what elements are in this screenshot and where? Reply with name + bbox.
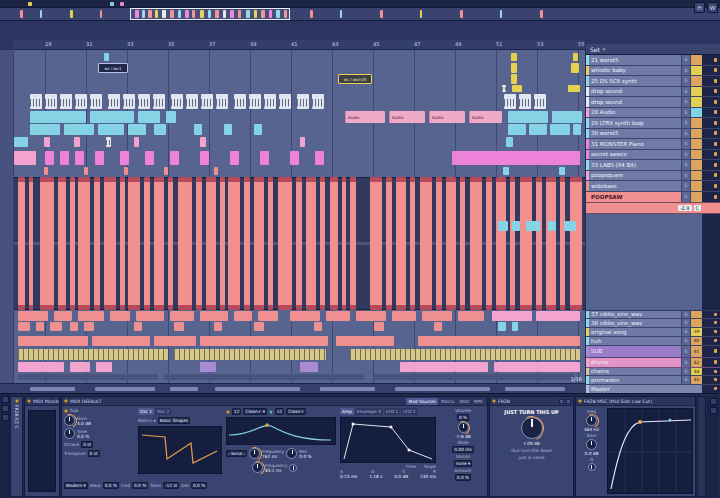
clip[interactable] xyxy=(234,311,252,321)
clip[interactable] xyxy=(58,177,66,310)
clip[interactable] xyxy=(75,94,87,109)
solo-button[interactable]: S xyxy=(681,358,690,367)
clip[interactable] xyxy=(254,322,264,331)
clip[interactable] xyxy=(374,322,384,331)
clip[interactable] xyxy=(234,94,246,109)
track-header-33-labs-64-bit-[interactable]: 33 LABS (64 Bit)S xyxy=(586,160,720,171)
unison-select[interactable]: none ▾ xyxy=(454,460,472,467)
track-lane[interactable] xyxy=(14,221,585,231)
clip[interactable] xyxy=(436,177,442,310)
clip[interactable] xyxy=(206,177,216,310)
pan-field[interactable]: C xyxy=(694,205,702,211)
solo-button[interactable]: S xyxy=(681,108,690,118)
arm-badge[interactable] xyxy=(690,150,702,160)
clip[interactable] xyxy=(550,124,570,135)
clip[interactable] xyxy=(470,177,482,310)
clip[interactable] xyxy=(186,94,198,109)
device-power-icon[interactable] xyxy=(27,399,31,403)
q-knob[interactable] xyxy=(588,463,596,471)
link-indicator[interactable] xyxy=(28,2,32,6)
clip[interactable] xyxy=(460,177,465,310)
arm-badge[interactable]: 45 xyxy=(690,376,702,384)
clip[interactable] xyxy=(104,53,109,61)
clip[interactable] xyxy=(196,177,202,310)
clip[interactable] xyxy=(30,94,42,109)
clip[interactable] xyxy=(60,151,69,165)
tab-lfo-2[interactable]: LFO 2 xyxy=(401,408,417,415)
clip[interactable] xyxy=(108,94,120,109)
tone-value[interactable]: 0.0 % xyxy=(77,434,89,439)
track-lane[interactable] xyxy=(14,336,585,346)
clip[interactable] xyxy=(512,85,522,92)
track-lane[interactable] xyxy=(14,349,585,360)
clip[interactable] xyxy=(44,167,48,175)
clip[interactable] xyxy=(94,177,100,310)
clip[interactable] xyxy=(96,362,112,372)
clip[interactable] xyxy=(54,311,72,321)
clip[interactable] xyxy=(420,177,432,310)
arm-badge[interactable] xyxy=(690,160,702,170)
volume-knob[interactable] xyxy=(458,422,469,433)
clip[interactable] xyxy=(559,167,565,175)
clip[interactable] xyxy=(492,311,532,321)
clip[interactable] xyxy=(170,151,179,165)
clip[interactable] xyxy=(258,311,278,321)
device-scroll-strip[interactable] xyxy=(697,396,706,497)
clip[interactable] xyxy=(178,177,192,310)
clip[interactable] xyxy=(154,177,164,310)
filter1-power-icon[interactable] xyxy=(226,410,230,414)
clip[interactable] xyxy=(342,177,346,310)
device-power-icon[interactable] xyxy=(64,399,68,403)
track-header-28-audio[interactable]: 28 AudioS xyxy=(586,108,720,119)
clip[interactable] xyxy=(571,63,579,73)
clip[interactable] xyxy=(320,177,325,310)
clip[interactable] xyxy=(396,177,406,310)
gain-value[interactable]: 4.0 dB xyxy=(77,421,91,426)
solo-button[interactable]: S xyxy=(681,97,690,107)
beat-time-ruler[interactable]: 2931333537394143454749515355 xyxy=(14,40,585,50)
filter1-type-select[interactable]: Clean+ ▾ xyxy=(243,408,266,415)
track-header-premaster[interactable]: premasterS45 xyxy=(586,376,720,385)
arm-badge[interactable] xyxy=(690,118,702,128)
clip[interactable] xyxy=(564,221,576,231)
clip[interactable] xyxy=(64,124,94,135)
clip[interactable] xyxy=(90,111,134,123)
device-fr2b-ez-collapsed[interactable]: FR2B EZ C xyxy=(10,396,23,497)
clip[interactable] xyxy=(30,111,86,123)
clip[interactable] xyxy=(128,177,140,310)
filter2-type-select[interactable]: Clean+ xyxy=(286,408,306,415)
arrangement-overview[interactable] xyxy=(0,8,720,21)
volume-field[interactable]: -2.9 xyxy=(678,205,692,211)
macro-value[interactable]: 7.09 dB xyxy=(523,441,540,446)
track-header-widebass[interactable]: widebassS xyxy=(586,181,720,192)
clip-view-icon[interactable] xyxy=(2,396,9,403)
clip[interactable] xyxy=(536,177,542,310)
track-header-25-ds-sc8-synth[interactable]: 25 DS SC8 synthS xyxy=(586,76,720,87)
shape-category[interactable]: Basics xyxy=(138,418,152,423)
arm-badge[interactable] xyxy=(690,139,702,149)
clip[interactable] xyxy=(279,94,291,109)
expanded-track-area[interactable] xyxy=(586,214,720,311)
solo-button[interactable]: S xyxy=(681,368,690,376)
clip[interactable] xyxy=(144,177,150,310)
track-header-sub[interactable]: SUBS41 xyxy=(586,346,720,358)
tab-envelope-3[interactable]: Envelope 3 xyxy=(355,408,383,415)
sub-power-icon[interactable] xyxy=(64,409,68,413)
clip[interactable] xyxy=(90,94,102,109)
arm-badge[interactable]: 40 xyxy=(690,337,702,345)
clip[interactable] xyxy=(124,167,128,175)
arm-badge[interactable] xyxy=(690,108,702,118)
solo-button[interactable]: S xyxy=(681,87,690,97)
adsr-value-1-18-s[interactable]: 1.18 s xyxy=(369,474,382,479)
clip[interactable] xyxy=(78,311,104,321)
clip[interactable] xyxy=(486,177,492,310)
solo-button[interactable]: S xyxy=(681,346,690,357)
clip[interactable] xyxy=(224,124,232,135)
arm-badge[interactable] xyxy=(690,311,702,319)
clip[interactable] xyxy=(315,151,324,165)
clip[interactable] xyxy=(496,177,506,310)
solo-button[interactable]: S xyxy=(681,181,690,191)
clip[interactable] xyxy=(18,336,88,346)
arm-badge[interactable]: 44 xyxy=(690,368,702,376)
arm-badge[interactable] xyxy=(690,55,702,65)
